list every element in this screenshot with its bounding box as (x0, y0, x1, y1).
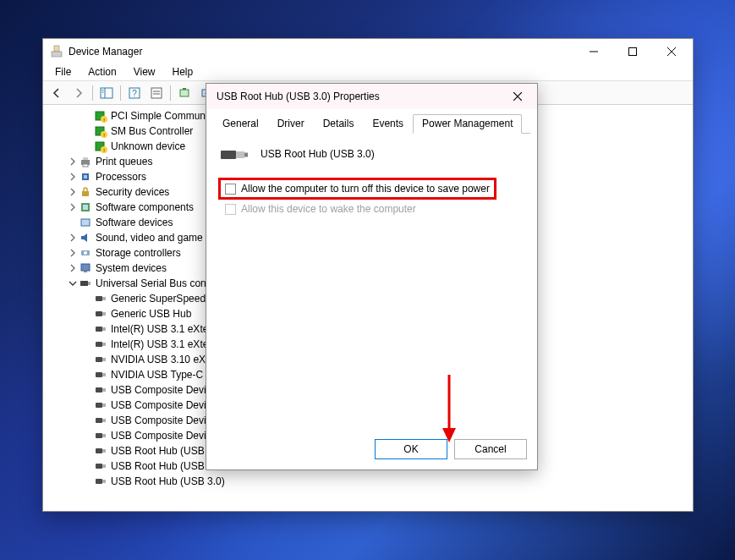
menu-help[interactable]: Help (164, 64, 202, 80)
properties-dialog: USB Root Hub (USB 3.0) Properties Genera… (206, 83, 538, 470)
svg-rect-70 (221, 151, 236, 159)
usb-plug-icon (94, 444, 107, 458)
app-icon (50, 45, 63, 58)
usb-plug-icon (94, 475, 107, 488)
tree-item-label: PCI Simple Commun (111, 110, 206, 122)
svg-rect-60 (96, 433, 102, 438)
svg-rect-67 (102, 480, 106, 483)
usb-plug-icon (94, 322, 107, 336)
forward-button[interactable] (69, 84, 89, 102)
usb-plug-icon (94, 429, 107, 442)
tree-item-label: USB Composite Devic (111, 399, 211, 411)
tree-item-label: Software components (96, 201, 194, 213)
back-button[interactable] (47, 84, 67, 102)
svg-rect-47 (102, 327, 106, 331)
svg-rect-72 (244, 153, 248, 157)
tree-item-label: Unknown device (111, 140, 185, 152)
pc-icon (79, 261, 92, 275)
cancel-button[interactable]: Cancel (454, 439, 527, 459)
tab-driver[interactable]: Driver (268, 114, 314, 134)
highlighted-option: Allow the computer to turn off this devi… (218, 178, 496, 200)
close-button[interactable] (652, 39, 691, 64)
tree-item-label: USB Root Hub (USB 3.0) (111, 475, 225, 487)
tree-item-label: Intel(R) USB 3.1 eXten (111, 323, 214, 335)
usb-plug-icon (94, 368, 107, 382)
tree-item-label: USB Composite Devic (111, 384, 211, 396)
svg-rect-41 (88, 282, 91, 285)
svg-rect-3 (629, 48, 637, 56)
svg-rect-40 (80, 281, 88, 286)
tree-item-label: Software devices (96, 217, 173, 228)
usb-plug-icon (94, 307, 107, 321)
show-hide-tree-button[interactable] (96, 84, 117, 102)
tree-item-label: USB Composite Devic (111, 415, 211, 426)
svg-rect-50 (96, 357, 102, 362)
svg-rect-53 (102, 373, 106, 376)
usb-plug-icon (94, 292, 107, 305)
menu-action[interactable]: Action (80, 64, 124, 80)
svg-rect-38 (81, 264, 90, 271)
svg-rect-54 (96, 387, 102, 393)
tab-details[interactable]: Details (314, 114, 364, 134)
svg-rect-71 (236, 151, 244, 158)
svg-rect-55 (102, 388, 106, 392)
maximize-button[interactable] (613, 39, 652, 64)
chevron-icon[interactable] (67, 157, 79, 166)
chevron-icon[interactable] (67, 249, 79, 257)
svg-rect-62 (96, 448, 102, 453)
svg-rect-44 (96, 311, 102, 316)
svg-rect-39 (84, 271, 87, 272)
tab-power-management[interactable]: Power Management (413, 114, 522, 134)
chevron-icon[interactable] (67, 264, 79, 272)
chip-warn-icon: ! (94, 140, 107, 153)
allow-turnoff-checkbox[interactable] (225, 184, 236, 195)
help-button[interactable]: ? (124, 84, 145, 102)
svg-rect-32 (82, 191, 89, 196)
chevron-icon[interactable] (67, 173, 79, 181)
svg-rect-15 (180, 90, 189, 96)
menu-file[interactable]: File (47, 64, 80, 80)
printer-icon (79, 155, 92, 168)
chevron-icon[interactable] (67, 279, 79, 288)
svg-point-37 (84, 251, 87, 255)
chevron-icon[interactable] (67, 188, 79, 196)
svg-rect-52 (96, 372, 102, 377)
svg-rect-66 (96, 479, 102, 484)
menu-view[interactable]: View (125, 64, 164, 80)
window-title: Device Manager (69, 46, 142, 58)
tree-item-label: Intel(R) USB 3.1 eXten (111, 338, 214, 350)
svg-rect-56 (96, 403, 102, 408)
menubar: File Action View Help (43, 64, 693, 81)
dialog-close-button[interactable] (505, 84, 530, 109)
usb-plug-icon (94, 398, 107, 412)
tree-item-label: SM Bus Controller (111, 125, 193, 137)
svg-rect-45 (102, 312, 106, 316)
storage-icon (79, 246, 92, 260)
svg-rect-35 (81, 219, 90, 226)
tree-item-label: Print queues (96, 156, 152, 167)
tab-general[interactable]: General (213, 114, 268, 134)
usb-plug-icon (94, 414, 107, 427)
chevron-icon[interactable] (67, 203, 79, 211)
ok-button[interactable]: OK (375, 439, 447, 459)
device-name-label: USB Root Hub (USB 3.0) (261, 148, 375, 160)
lock-icon (79, 185, 92, 199)
scan-hardware-button[interactable] (174, 84, 195, 102)
svg-rect-34 (83, 205, 88, 210)
svg-text:?: ? (132, 89, 137, 98)
svg-rect-42 (96, 296, 102, 301)
svg-rect-46 (96, 327, 102, 332)
tree-item-label: NVIDIA USB Type-C P (111, 369, 213, 381)
tree-item-label: Generic SuperSpeed U (111, 293, 216, 305)
tab-events[interactable]: Events (363, 114, 413, 134)
svg-rect-43 (102, 297, 106, 300)
usb-plug-icon (94, 383, 107, 397)
tree-item[interactable]: USB Root Hub (USB 3.0) (50, 474, 686, 489)
tree-item-label: USB Root Hub (USB 3. (111, 445, 216, 457)
titlebar: Device Manager (43, 39, 693, 64)
svg-rect-49 (102, 343, 106, 346)
minimize-button[interactable] (574, 39, 613, 64)
properties-button[interactable] (146, 84, 167, 102)
svg-rect-58 (96, 418, 102, 423)
chevron-icon[interactable] (67, 233, 79, 242)
